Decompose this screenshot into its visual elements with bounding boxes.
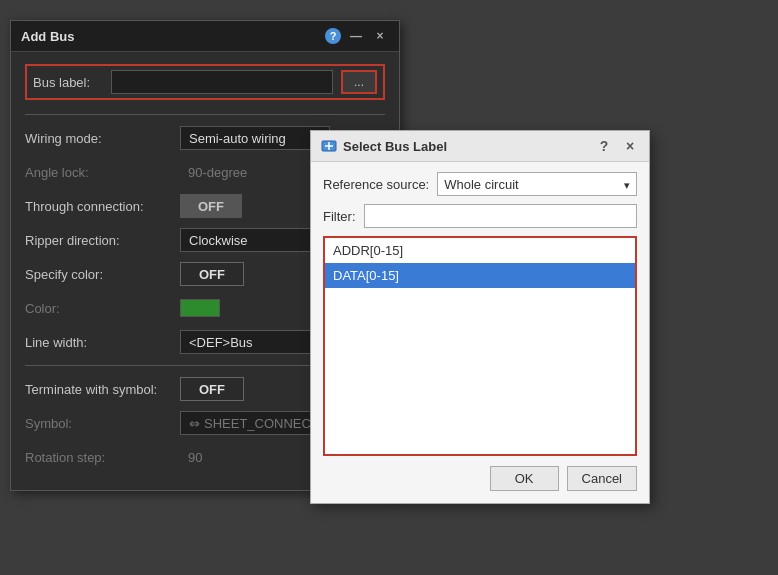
- bus-label-list[interactable]: ADDR[0-15] DATA[0-15]: [323, 236, 637, 456]
- select-bus-controls: ? ×: [595, 137, 639, 155]
- ripper-direction-value[interactable]: Clockwise: [180, 228, 330, 252]
- add-bus-titlebar: Add Bus ? — ×: [11, 21, 399, 52]
- through-connection-label: Through connection:: [25, 199, 180, 214]
- reference-source-label: Reference source:: [323, 177, 429, 192]
- ok-button[interactable]: OK: [490, 466, 559, 491]
- reference-source-chevron: [624, 177, 630, 192]
- through-connection-toggle[interactable]: OFF: [180, 194, 242, 218]
- wiring-mode-dropdown[interactable]: Semi-auto wiring: [180, 126, 330, 150]
- reference-source-dropdown[interactable]: Whole circuit: [437, 172, 637, 196]
- bus-label-text: Bus label:: [33, 75, 103, 90]
- bus-label-row: Bus label: ...: [25, 64, 385, 100]
- add-bus-title: Add Bus: [21, 29, 74, 44]
- filter-input[interactable]: [364, 204, 638, 228]
- symbol-arrow-icon: ⇔: [189, 416, 200, 431]
- select-bus-titlebar-left: Select Bus Label: [321, 138, 447, 154]
- select-bus-title: Select Bus Label: [343, 139, 447, 154]
- list-item[interactable]: ADDR[0-15]: [325, 238, 635, 263]
- rotation-step-value: 90: [180, 448, 210, 467]
- line-width-label: Line width:: [25, 335, 180, 350]
- filter-label: Filter:: [323, 209, 356, 224]
- terminate-symbol-toggle[interactable]: OFF: [180, 377, 244, 401]
- angle-lock-value: 90-degree: [180, 163, 330, 182]
- terminate-symbol-label: Terminate with symbol:: [25, 382, 180, 397]
- list-item[interactable]: DATA[0-15]: [325, 263, 635, 288]
- bus-label-input[interactable]: [111, 70, 333, 94]
- close-button[interactable]: ×: [371, 27, 389, 45]
- select-bus-dialog: Select Bus Label ? × Reference source: W…: [310, 130, 650, 504]
- select-bus-icon: [321, 138, 337, 154]
- help-icon[interactable]: ?: [325, 28, 341, 44]
- cancel-button[interactable]: Cancel: [567, 466, 637, 491]
- angle-lock-label: Angle lock:: [25, 165, 180, 180]
- titlebar-controls: ? — ×: [325, 27, 389, 45]
- ripper-direction-label: Ripper direction:: [25, 233, 180, 248]
- dialog-buttons: OK Cancel: [323, 466, 637, 493]
- titlebar-left: Add Bus: [21, 29, 74, 44]
- select-bus-titlebar: Select Bus Label ? ×: [311, 131, 649, 162]
- minimize-button[interactable]: —: [347, 27, 365, 45]
- filter-row: Filter:: [323, 204, 637, 228]
- select-bus-content: Reference source: Whole circuit Filter: …: [311, 162, 649, 503]
- specify-color-toggle[interactable]: OFF: [180, 262, 244, 286]
- wiring-mode-label: Wiring mode:: [25, 131, 180, 146]
- specify-color-label: Specify color:: [25, 267, 180, 282]
- line-width-value[interactable]: <DEF>Bus: [180, 330, 330, 354]
- browse-button[interactable]: ...: [341, 70, 377, 94]
- color-label: Color:: [25, 301, 180, 316]
- color-swatch[interactable]: [180, 299, 220, 317]
- symbol-label: Symbol:: [25, 416, 180, 431]
- select-bus-help-button[interactable]: ?: [595, 137, 613, 155]
- divider-1: [25, 114, 385, 115]
- rotation-step-label: Rotation step:: [25, 450, 180, 465]
- reference-source-row: Reference source: Whole circuit: [323, 172, 637, 196]
- select-bus-close-button[interactable]: ×: [621, 137, 639, 155]
